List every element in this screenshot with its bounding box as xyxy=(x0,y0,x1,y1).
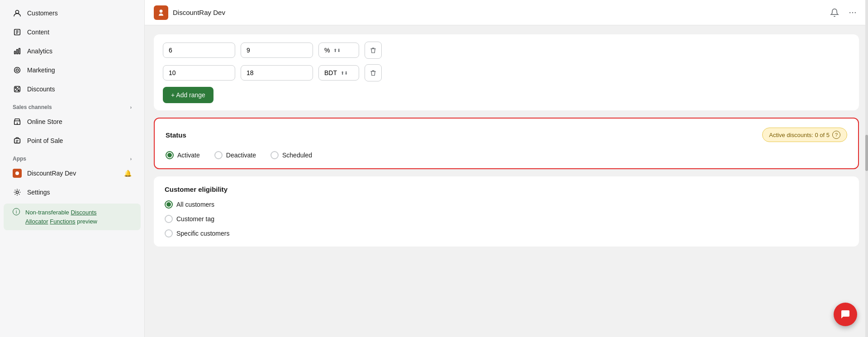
unit-select-2[interactable]: BDT ⬆⬇ xyxy=(318,65,359,81)
svg-point-7 xyxy=(15,87,17,89)
content-area: % ⬆⬇ BDT ⬆⬇ xyxy=(145,25,868,337)
badge-label: Active discounts: 0 of 5 xyxy=(769,132,830,138)
svg-point-17 xyxy=(855,12,856,13)
person-icon xyxy=(13,9,22,18)
settings-icon xyxy=(13,188,22,197)
pos-icon xyxy=(13,136,22,145)
all-customers-label: All customers xyxy=(176,201,214,208)
activate-radio[interactable] xyxy=(166,151,174,159)
value-input-2[interactable] xyxy=(241,65,313,81)
unit-arrow-1: ⬆⬇ xyxy=(333,48,341,53)
sidebar-item-analytics[interactable]: Analytics xyxy=(4,42,141,60)
add-range-button[interactable]: + Add range xyxy=(163,87,213,103)
customer-tag-radio[interactable] xyxy=(165,215,173,223)
apps-chevron-icon: › xyxy=(130,157,132,161)
status-radio-group: Activate Deactivate Scheduled xyxy=(166,151,847,159)
scheduled-radio[interactable] xyxy=(270,151,279,159)
range-row-2: BDT ⬆⬇ xyxy=(163,64,850,81)
sidebar: Customers Content Analytics Mark xyxy=(0,0,145,337)
sidebar-item-settings[interactable]: Settings xyxy=(4,183,141,201)
notification-bell-icon: 🔔 xyxy=(124,170,132,177)
deactivate-radio[interactable] xyxy=(214,151,223,159)
unit-label-2: BDT xyxy=(324,69,337,76)
specific-customers-label: Specific customers xyxy=(176,230,229,237)
sidebar-item-customers[interactable]: Customers xyxy=(4,4,141,22)
svg-point-15 xyxy=(849,12,851,13)
sidebar-item-customers-label: Customers xyxy=(27,9,58,17)
sidebar-item-marketing-label: Marketing xyxy=(27,66,55,74)
info-icon: i xyxy=(13,208,20,215)
add-range-label: + Add range xyxy=(171,91,205,99)
delete-row-1-button[interactable] xyxy=(365,42,382,59)
sidebar-item-discounts[interactable]: Discounts xyxy=(4,80,141,98)
delete-row-2-button[interactable] xyxy=(365,64,382,81)
right-scrollbar xyxy=(865,0,868,337)
scheduled-label: Scheduled xyxy=(282,152,312,159)
svg-point-16 xyxy=(852,12,854,13)
sidebar-item-content[interactable]: Content xyxy=(4,23,141,41)
status-card: Status Active discounts: 0 of 5 ? Activa… xyxy=(154,118,859,169)
more-options-button[interactable] xyxy=(846,6,859,19)
customer-tag-option[interactable]: Customer tag xyxy=(165,215,214,223)
unit-label-1: % xyxy=(324,47,330,54)
svg-point-13 xyxy=(16,191,18,193)
main-content: DiscountRay Dev xyxy=(145,0,868,337)
value-input-1[interactable] xyxy=(241,43,313,58)
status-deactivate-option[interactable]: Deactivate xyxy=(214,151,256,159)
specific-customers-radio[interactable] xyxy=(165,229,173,237)
topbar-left: DiscountRay Dev xyxy=(154,5,225,20)
topbar-right xyxy=(828,6,859,19)
sidebar-item-online-store-label: Online Store xyxy=(27,118,62,125)
svg-rect-2 xyxy=(14,51,16,54)
help-icon[interactable]: ? xyxy=(832,131,840,139)
discounts-icon xyxy=(13,85,22,94)
chat-fab-button[interactable] xyxy=(834,303,857,326)
discountray-app-icon xyxy=(13,169,22,178)
specific-customers-option[interactable]: Specific customers xyxy=(165,229,229,237)
svg-point-8 xyxy=(18,90,19,91)
topbar-title: DiscountRay Dev xyxy=(173,9,225,16)
svg-point-6 xyxy=(16,69,18,71)
svg-point-0 xyxy=(15,10,19,14)
marketing-icon xyxy=(13,66,22,75)
qty-input-2[interactable] xyxy=(163,65,235,81)
sidebar-item-discountray[interactable]: DiscountRay Dev 🔔 xyxy=(4,164,141,182)
highlight-text: Non-transferable Discounts Allocator Fun… xyxy=(25,208,132,226)
sidebar-item-content-label: Content xyxy=(27,28,49,36)
range-card: % ⬆⬇ BDT ⬆⬇ xyxy=(154,34,859,110)
all-customers-radio[interactable] xyxy=(165,200,173,209)
content-icon xyxy=(13,28,22,37)
eligibility-title: Customer eligibility xyxy=(165,185,848,193)
chevron-icon: › xyxy=(130,105,132,110)
store-icon xyxy=(13,117,22,126)
status-activate-option[interactable]: Activate xyxy=(166,151,200,159)
apps-section: Apps › xyxy=(0,150,144,164)
sidebar-item-discountray-label: DiscountRay Dev xyxy=(27,170,76,177)
sidebar-item-online-store[interactable]: Online Store xyxy=(4,113,141,131)
sales-channels-section: Sales channels › xyxy=(0,99,144,112)
eligibility-radio-group: All customers Customer tag Specific cust… xyxy=(165,200,848,237)
scrollbar-thumb[interactable] xyxy=(865,135,868,171)
eligibility-card: Customer eligibility All customers Custo… xyxy=(154,176,859,247)
unit-select-1[interactable]: % ⬆⬇ xyxy=(318,43,359,58)
activate-label: Activate xyxy=(177,152,200,159)
svg-point-14 xyxy=(160,9,163,13)
sidebar-item-pos-label: Point of Sale xyxy=(27,137,63,144)
range-row-1: % ⬆⬇ xyxy=(163,42,850,59)
non-transferable-highlight[interactable]: i Non-transferable Discounts Allocator F… xyxy=(4,204,141,230)
topbar: DiscountRay Dev xyxy=(145,0,868,25)
app-logo xyxy=(154,5,168,20)
svg-point-12 xyxy=(15,171,19,175)
qty-input-1[interactable] xyxy=(163,43,235,58)
active-discounts-badge: Active discounts: 0 of 5 ? xyxy=(762,128,847,142)
sidebar-item-point-of-sale[interactable]: Point of Sale xyxy=(4,132,141,150)
unit-arrow-2: ⬆⬇ xyxy=(341,71,348,76)
all-customers-option[interactable]: All customers xyxy=(165,200,214,209)
sidebar-item-discounts-label: Discounts xyxy=(27,85,55,93)
status-scheduled-option[interactable]: Scheduled xyxy=(270,151,312,159)
status-header: Status Active discounts: 0 of 5 ? xyxy=(166,128,847,142)
deactivate-label: Deactivate xyxy=(226,152,256,159)
sidebar-item-marketing[interactable]: Marketing xyxy=(4,61,141,79)
svg-point-5 xyxy=(14,67,20,73)
notification-button[interactable] xyxy=(828,6,841,19)
